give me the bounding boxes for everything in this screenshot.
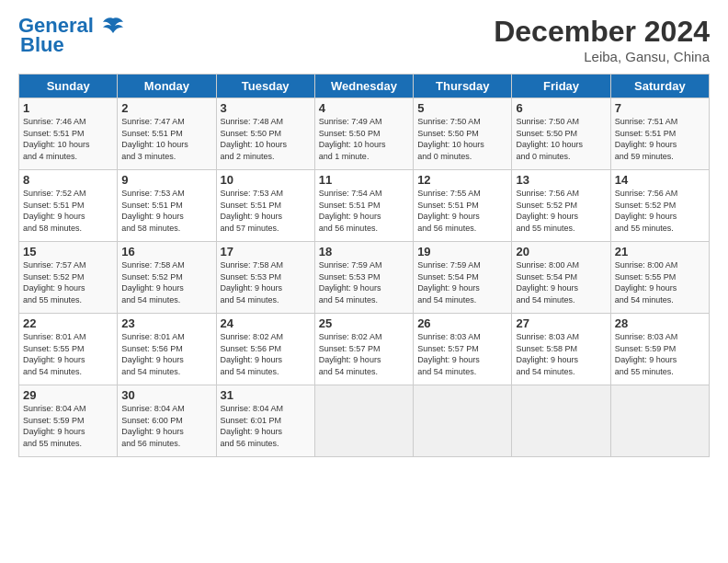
day-info: Sunrise: 7:55 AM Sunset: 5:51 PM Dayligh… — [417, 188, 507, 234]
table-row: 11Sunrise: 7:54 AM Sunset: 5:51 PM Dayli… — [314, 170, 413, 242]
table-row: 7Sunrise: 7:51 AM Sunset: 5:51 PM Daylig… — [610, 98, 709, 170]
day-info: Sunrise: 8:02 AM Sunset: 5:57 PM Dayligh… — [319, 331, 409, 377]
day-info: Sunrise: 7:54 AM Sunset: 5:51 PM Dayligh… — [319, 188, 409, 234]
table-row: 25Sunrise: 8:02 AM Sunset: 5:57 PM Dayli… — [314, 314, 413, 385]
day-info: Sunrise: 8:03 AM Sunset: 5:59 PM Dayligh… — [615, 331, 705, 377]
calendar-week-row: 8Sunrise: 7:52 AM Sunset: 5:51 PM Daylig… — [19, 170, 710, 242]
day-number: 3 — [221, 101, 311, 115]
day-number: 22 — [23, 316, 113, 330]
col-saturday: Saturday — [610, 75, 709, 98]
calendar-week-row: 22Sunrise: 8:01 AM Sunset: 5:55 PM Dayli… — [19, 314, 710, 385]
day-info: Sunrise: 7:57 AM Sunset: 5:52 PM Dayligh… — [23, 259, 113, 305]
table-row: 24Sunrise: 8:02 AM Sunset: 5:56 PM Dayli… — [216, 314, 314, 385]
table-row: 8Sunrise: 7:52 AM Sunset: 5:51 PM Daylig… — [19, 170, 118, 242]
day-number: 1 — [23, 101, 113, 115]
day-number: 11 — [319, 173, 409, 187]
day-info: Sunrise: 8:04 AM Sunset: 6:00 PM Dayligh… — [121, 403, 211, 449]
day-number: 6 — [516, 101, 606, 115]
day-number: 20 — [516, 245, 606, 259]
day-number: 30 — [121, 388, 211, 402]
day-number: 7 — [615, 101, 705, 115]
day-info: Sunrise: 7:52 AM Sunset: 5:51 PM Dayligh… — [23, 188, 113, 234]
table-row: 14Sunrise: 7:56 AM Sunset: 5:52 PM Dayli… — [610, 170, 709, 242]
table-row: 20Sunrise: 8:00 AM Sunset: 5:54 PM Dayli… — [512, 242, 610, 314]
day-number: 12 — [417, 173, 507, 187]
table-row: 17Sunrise: 7:58 AM Sunset: 5:53 PM Dayli… — [216, 242, 314, 314]
table-row — [610, 385, 709, 457]
day-number: 29 — [23, 388, 113, 402]
col-tuesday: Tuesday — [216, 75, 314, 98]
day-info: Sunrise: 8:04 AM Sunset: 6:01 PM Dayligh… — [221, 403, 311, 449]
day-number: 21 — [615, 245, 705, 259]
day-number: 2 — [121, 101, 211, 115]
table-row: 16Sunrise: 7:58 AM Sunset: 5:52 PM Dayli… — [118, 242, 216, 314]
col-sunday: Sunday — [19, 75, 118, 98]
table-row: 5Sunrise: 7:50 AM Sunset: 5:50 PM Daylig… — [414, 98, 512, 170]
table-row — [314, 385, 413, 457]
page-container: General Blue December 2024 Leiba, Gansu,… — [0, 0, 728, 466]
day-number: 25 — [319, 316, 409, 330]
day-info: Sunrise: 7:50 AM Sunset: 5:50 PM Dayligh… — [516, 116, 606, 162]
day-info: Sunrise: 7:49 AM Sunset: 5:50 PM Dayligh… — [319, 116, 409, 162]
col-monday: Monday — [118, 75, 216, 98]
day-number: 8 — [23, 173, 113, 187]
title-block: December 2024 Leiba, Gansu, China — [494, 15, 710, 64]
calendar-week-row: 29Sunrise: 8:04 AM Sunset: 5:59 PM Dayli… — [19, 385, 710, 457]
day-info: Sunrise: 7:59 AM Sunset: 5:53 PM Dayligh… — [319, 259, 409, 305]
day-number: 17 — [221, 245, 311, 259]
calendar-table: Sunday Monday Tuesday Wednesday Thursday… — [18, 74, 710, 457]
day-info: Sunrise: 7:58 AM Sunset: 5:52 PM Dayligh… — [121, 259, 211, 305]
table-row: 21Sunrise: 8:00 AM Sunset: 5:55 PM Dayli… — [610, 242, 709, 314]
table-row: 23Sunrise: 8:01 AM Sunset: 5:56 PM Dayli… — [118, 314, 216, 385]
day-info: Sunrise: 7:48 AM Sunset: 5:50 PM Dayligh… — [221, 116, 311, 162]
table-row — [512, 385, 610, 457]
day-info: Sunrise: 7:50 AM Sunset: 5:50 PM Dayligh… — [417, 116, 507, 162]
table-row: 2Sunrise: 7:47 AM Sunset: 5:51 PM Daylig… — [118, 98, 216, 170]
table-row: 12Sunrise: 7:55 AM Sunset: 5:51 PM Dayli… — [414, 170, 512, 242]
table-row: 26Sunrise: 8:03 AM Sunset: 5:57 PM Dayli… — [414, 314, 512, 385]
day-info: Sunrise: 8:02 AM Sunset: 5:56 PM Dayligh… — [221, 331, 311, 377]
day-info: Sunrise: 8:04 AM Sunset: 5:59 PM Dayligh… — [23, 403, 113, 449]
table-row: 18Sunrise: 7:59 AM Sunset: 5:53 PM Dayli… — [314, 242, 413, 314]
day-number: 13 — [516, 173, 606, 187]
table-row — [414, 385, 512, 457]
day-info: Sunrise: 8:03 AM Sunset: 5:57 PM Dayligh… — [417, 331, 507, 377]
col-friday: Friday — [512, 75, 610, 98]
day-number: 15 — [23, 245, 113, 259]
day-number: 23 — [121, 316, 211, 330]
day-info: Sunrise: 7:58 AM Sunset: 5:53 PM Dayligh… — [221, 259, 311, 305]
day-info: Sunrise: 8:00 AM Sunset: 5:55 PM Dayligh… — [615, 259, 705, 305]
day-info: Sunrise: 8:01 AM Sunset: 5:55 PM Dayligh… — [23, 331, 113, 377]
table-row: 30Sunrise: 8:04 AM Sunset: 6:00 PM Dayli… — [118, 385, 216, 457]
day-number: 14 — [615, 173, 705, 187]
table-row: 22Sunrise: 8:01 AM Sunset: 5:55 PM Dayli… — [19, 314, 118, 385]
table-row: 29Sunrise: 8:04 AM Sunset: 5:59 PM Dayli… — [19, 385, 118, 457]
day-number: 18 — [319, 245, 409, 259]
day-number: 5 — [417, 101, 507, 115]
day-info: Sunrise: 7:59 AM Sunset: 5:54 PM Dayligh… — [417, 259, 507, 305]
day-number: 27 — [516, 316, 606, 330]
calendar-week-row: 1Sunrise: 7:46 AM Sunset: 5:51 PM Daylig… — [19, 98, 710, 170]
main-title: December 2024 — [494, 15, 710, 49]
day-info: Sunrise: 7:51 AM Sunset: 5:51 PM Dayligh… — [615, 116, 705, 162]
day-number: 19 — [417, 245, 507, 259]
day-number: 10 — [221, 173, 311, 187]
calendar-week-row: 15Sunrise: 7:57 AM Sunset: 5:52 PM Dayli… — [19, 242, 710, 314]
day-info: Sunrise: 7:53 AM Sunset: 5:51 PM Dayligh… — [121, 188, 211, 234]
day-info: Sunrise: 8:03 AM Sunset: 5:58 PM Dayligh… — [516, 331, 606, 377]
table-row: 1Sunrise: 7:46 AM Sunset: 5:51 PM Daylig… — [19, 98, 118, 170]
day-info: Sunrise: 8:01 AM Sunset: 5:56 PM Dayligh… — [121, 331, 211, 377]
day-number: 9 — [121, 173, 211, 187]
table-row: 27Sunrise: 8:03 AM Sunset: 5:58 PM Dayli… — [512, 314, 610, 385]
table-row: 15Sunrise: 7:57 AM Sunset: 5:52 PM Dayli… — [19, 242, 118, 314]
logo-bird-icon — [101, 17, 125, 37]
day-info: Sunrise: 8:00 AM Sunset: 5:54 PM Dayligh… — [516, 259, 606, 305]
table-row: 28Sunrise: 8:03 AM Sunset: 5:59 PM Dayli… — [610, 314, 709, 385]
day-number: 16 — [121, 245, 211, 259]
day-number: 28 — [615, 316, 705, 330]
col-thursday: Thursday — [414, 75, 512, 98]
day-number: 26 — [417, 316, 507, 330]
day-number: 31 — [221, 388, 311, 402]
day-info: Sunrise: 7:47 AM Sunset: 5:51 PM Dayligh… — [121, 116, 211, 162]
logo: General Blue — [18, 15, 125, 57]
